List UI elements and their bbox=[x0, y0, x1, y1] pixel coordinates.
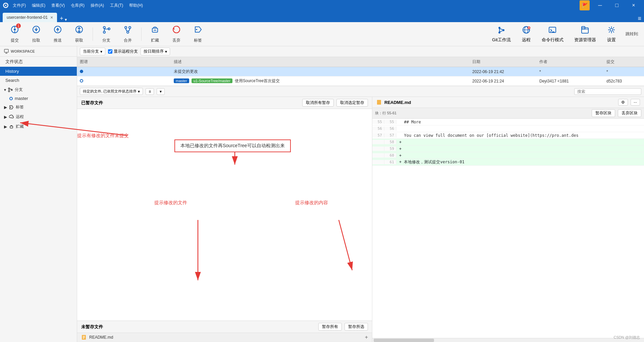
pull-button[interactable]: 拉取 bbox=[27, 23, 46, 45]
view-mode-button[interactable]: ≡ bbox=[146, 88, 154, 95]
svg-point-43 bbox=[8, 91, 10, 92]
diff-line-nums-60: 60 bbox=[372, 153, 396, 158]
branch-button[interactable]: 分支 bbox=[97, 23, 116, 45]
stage-hunk-button[interactable]: 暂存区块 bbox=[592, 109, 615, 117]
show-remote-checkbox-label[interactable]: 显示远程分支 bbox=[108, 49, 138, 54]
gitflow-label: Git工作流 bbox=[492, 37, 511, 43]
diff-scroll-thumb[interactable] bbox=[374, 339, 434, 342]
unstaged-section-header: 未暂存文件 暂存所有 暂存所选 bbox=[77, 321, 372, 333]
stage-all-button[interactable]: 暂存所有 bbox=[318, 323, 342, 331]
graph-cell-commit-committed: d52c783 bbox=[604, 78, 644, 84]
sidebar-section-stash[interactable]: ▶ 贮藏 bbox=[0, 122, 77, 131]
merge-label: 合并 bbox=[124, 38, 132, 43]
graph-table: 图谱 描述 日期 作者 提交 未提交的更改 2022-06-19 21:42 *… bbox=[77, 57, 644, 86]
menu-bar: 文件(F) 编辑(E) 查看(V) 仓库(R) 操作(A) 工具(T) 帮助(H… bbox=[10, 2, 146, 9]
diff-scrollbar[interactable] bbox=[372, 338, 644, 342]
explorer-button[interactable]: 资源管理器 bbox=[570, 23, 600, 45]
fetch-button[interactable]: 获取 bbox=[70, 23, 89, 45]
sidebar-section-tags[interactable]: ▶ 标签 bbox=[0, 102, 77, 112]
diff-line-nums-57: 57 57 bbox=[372, 133, 396, 137]
explorer-icon bbox=[580, 25, 590, 36]
graph-row-uncommitted[interactable]: 未提交的更改 2022-06-19 21:42 * * bbox=[77, 67, 644, 76]
diff-new-num-60: 60 bbox=[384, 153, 396, 158]
sidebar-item-file-status[interactable]: 文件状态 bbox=[0, 57, 77, 67]
terminal-button[interactable]: 命令行模式 bbox=[538, 23, 568, 45]
sidebar-branch-master[interactable]: master bbox=[0, 95, 77, 102]
menu-edit[interactable]: 编辑(E) bbox=[29, 2, 48, 9]
sidebar-section-branches[interactable]: ▾ 分支 bbox=[0, 85, 77, 95]
branches-label: 分支 bbox=[15, 87, 23, 93]
current-branch-button[interactable]: 当前分支 ▾ bbox=[80, 48, 105, 55]
sidebar-item-history[interactable]: History bbox=[0, 67, 77, 76]
cancel-selected-stage-button[interactable]: 取消选定暂存 bbox=[336, 99, 368, 107]
graph-cell-desc-uncommitted: 未提交的更改 bbox=[171, 68, 470, 75]
graph-cell-author-committed: Deyi3417 <1881 bbox=[537, 78, 604, 84]
cancel-all-stage-button[interactable]: 取消所有暂存 bbox=[302, 99, 334, 107]
svg-point-13 bbox=[103, 26, 105, 28]
diff-old-num-55: 55 bbox=[372, 120, 384, 124]
new-tab-button[interactable]: + bbox=[60, 15, 63, 22]
menu-help[interactable]: 帮助(H) bbox=[126, 2, 146, 9]
pending-files-button[interactable]: 待定的文件, 已依照文件状态排序 ▾ bbox=[80, 88, 143, 95]
commit-badge: 1 bbox=[16, 23, 21, 28]
merge-button[interactable]: 合并 bbox=[118, 23, 137, 45]
date-sort-button[interactable]: 按日期排序 ▾ bbox=[141, 48, 170, 55]
push-button[interactable]: 推送 bbox=[48, 23, 67, 45]
show-remote-checkbox[interactable] bbox=[108, 49, 112, 54]
menu-action[interactable]: 操作(A) bbox=[88, 2, 107, 9]
graph-toolbar: 当前分支 ▾ 显示远程分支 按日期排序 ▾ bbox=[77, 46, 644, 57]
commit-desc-text: 使用SourceTree首次提交 bbox=[235, 78, 280, 83]
tab-close-icon[interactable]: × bbox=[50, 15, 53, 20]
diff-line-56: 56 56 bbox=[372, 125, 644, 132]
committed-dot-icon bbox=[80, 79, 83, 82]
diff-new-num-55: 55 bbox=[384, 120, 396, 124]
stash-button[interactable]: 贮藏 bbox=[146, 23, 164, 45]
jump-to-label: 跳转到: bbox=[626, 31, 639, 37]
menu-view[interactable]: 查看(V) bbox=[49, 2, 67, 9]
commit-label: 提交 bbox=[11, 38, 19, 43]
file-add-icon[interactable]: + bbox=[365, 334, 368, 340]
settings-label: 设置 bbox=[607, 37, 616, 43]
staged-header-label: 已暂存文件 bbox=[81, 100, 103, 106]
close-button[interactable]: × bbox=[626, 0, 641, 11]
diff-line-58: 58 + bbox=[372, 139, 644, 146]
minimize-button[interactable]: ─ bbox=[592, 0, 608, 11]
diff-settings-button[interactable]: ⚙ bbox=[618, 99, 628, 106]
repo-tab[interactable]: usercenter-frontend-01 × bbox=[3, 13, 57, 22]
unstaged-file-item-readme[interactable]: README.md + bbox=[77, 333, 372, 342]
menu-repo[interactable]: 仓库(R) bbox=[68, 2, 87, 9]
discard-button[interactable]: 丢弃 bbox=[167, 23, 186, 45]
push-icon bbox=[53, 25, 62, 36]
tab-bar: usercenter-frontend-01 × + ▾ ≡ bbox=[0, 11, 644, 22]
watermark: CSDN @刘德志 bbox=[614, 335, 640, 340]
svg-point-19 bbox=[127, 31, 129, 33]
diff-line-57: 57 57 You can view full document on our … bbox=[372, 132, 644, 139]
gitflow-button[interactable]: Git工作流 bbox=[488, 23, 515, 45]
maximize-button[interactable]: □ bbox=[609, 0, 625, 11]
view-dropdown-button[interactable]: ▾ bbox=[157, 88, 165, 95]
tag-button[interactable]: 标签 bbox=[189, 23, 207, 45]
menu-tools[interactable]: 工具(T) bbox=[107, 2, 126, 9]
svg-point-46 bbox=[10, 107, 11, 108]
main-layout: WORKSPACE 文件状态 History Search ▾ 分支 maste… bbox=[0, 46, 644, 342]
hamburger-menu-icon[interactable]: ≡ bbox=[638, 15, 641, 22]
title-bar-right: 🚩 ─ □ × bbox=[580, 0, 641, 11]
remote-label: 远程 bbox=[522, 37, 531, 43]
uncommitted-dot-icon bbox=[80, 70, 83, 73]
commit-button[interactable]: 1 提交 bbox=[5, 23, 24, 45]
diff-more-button[interactable]: ··· bbox=[631, 99, 640, 106]
tab-dropdown-button[interactable]: ▾ bbox=[65, 17, 67, 22]
menu-file[interactable]: 文件(F) bbox=[10, 2, 29, 9]
sidebar-item-search[interactable]: Search bbox=[0, 76, 77, 85]
discard-hunk-button[interactable]: 丢弃区块 bbox=[618, 109, 641, 117]
diff-search-input[interactable] bbox=[574, 88, 641, 95]
master-tag: master bbox=[174, 78, 189, 83]
tag-label: 标签 bbox=[194, 38, 202, 43]
remote-button[interactable]: 远程 bbox=[518, 23, 535, 45]
stage-selected-button[interactable]: 暂存所选 bbox=[344, 323, 368, 331]
merge-icon bbox=[123, 25, 132, 36]
sidebar-section-remotes[interactable]: ▶ 远程 bbox=[0, 112, 77, 122]
graph-row-committed[interactable]: master u1-SourceTree/master 使用SourceTree… bbox=[77, 76, 644, 86]
stash-section-icon bbox=[9, 124, 14, 129]
settings-button[interactable]: 设置 bbox=[603, 23, 620, 45]
